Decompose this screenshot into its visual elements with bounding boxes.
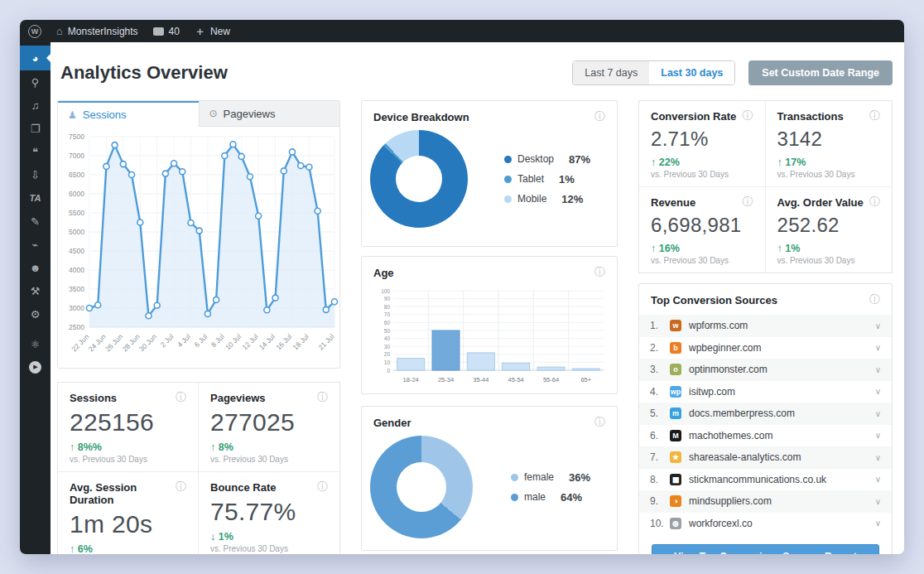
metric-compare: vs. Previous 30 Days xyxy=(651,256,753,265)
conversion-source-row[interactable]: 3.ooptinmonster.com∨ xyxy=(639,359,892,381)
pages-icon[interactable]: ❐ xyxy=(20,117,51,140)
chevron-down-icon[interactable]: ∨ xyxy=(875,409,881,418)
info-icon[interactable]: ⓘ xyxy=(869,196,880,207)
view-top-conversions-report-button[interactable]: View Top Conversions Sources Report xyxy=(652,544,879,554)
chevron-down-icon[interactable]: ∨ xyxy=(875,497,881,506)
info-icon[interactable]: ⓘ xyxy=(176,392,186,403)
conversion-source-row[interactable]: 9.◑mindsuppliers.com∨ xyxy=(639,490,892,513)
chevron-down-icon[interactable]: ∨ xyxy=(875,519,881,528)
svg-text:26 Jun: 26 Jun xyxy=(103,332,124,353)
metric-value: 2.71% xyxy=(651,128,753,151)
info-icon[interactable]: ⓘ xyxy=(869,110,880,121)
legend-label: Desktop xyxy=(517,153,554,165)
source-domain: docs.memberpress.com xyxy=(689,408,875,419)
media-icon[interactable]: ♫ xyxy=(20,94,51,117)
conversion-source-row[interactable]: 2.bwpbeginner.com∨ xyxy=(639,337,892,359)
device-legend: Desktop87%Tablet1%Mobile12% xyxy=(504,153,600,205)
chevron-down-icon[interactable]: ∨ xyxy=(875,431,881,440)
traffic-metrics-grid: Sessionsⓘ225156↑ 8%%vs. Previous 30 Days… xyxy=(57,382,340,554)
svg-text:6500: 6500 xyxy=(69,171,84,179)
metric-value: 277025 xyxy=(210,408,328,437)
info-icon[interactable]: ⓘ xyxy=(594,111,605,122)
new-menu[interactable]: ＋ New xyxy=(195,24,230,39)
posts-pin-icon[interactable]: ⚲ xyxy=(20,70,51,94)
chevron-down-icon[interactable]: ∨ xyxy=(875,321,881,330)
tab-sessions[interactable]: ♟ Sessions xyxy=(58,101,199,127)
comments-icon[interactable]: ❝ xyxy=(20,140,51,163)
comments-count: 40 xyxy=(169,26,180,37)
source-favicon: b xyxy=(670,342,681,354)
svg-text:2 Jul: 2 Jul xyxy=(159,332,176,349)
info-icon[interactable]: ⓘ xyxy=(869,294,880,305)
set-custom-date-range-button[interactable]: Set Custom Date Range xyxy=(748,60,893,85)
appearance-brush-icon[interactable]: ✎ xyxy=(20,210,51,233)
info-icon[interactable]: ⓘ xyxy=(317,392,328,403)
monsterinsights-dashboard-icon[interactable]: ◕ xyxy=(20,46,51,70)
comments-menu[interactable]: 40 xyxy=(153,26,180,37)
age-bar-chart: 010203040506070809010018-2425-3435-4445-… xyxy=(372,284,607,392)
conversion-source-row[interactable]: 6.Mmachothemes.com∨ xyxy=(639,425,892,447)
info-icon[interactable]: ⓘ xyxy=(317,481,328,492)
last-30-days-button[interactable]: Last 30 days xyxy=(649,61,734,84)
source-rank: 3. xyxy=(650,364,670,375)
svg-text:18 Jul: 18 Jul xyxy=(291,332,310,351)
conversion-source-row[interactable]: 10.◍workforcexl.co∨ xyxy=(639,513,892,535)
conversion-source-row[interactable]: 7.★shareasale-analytics.com∨ xyxy=(639,446,892,469)
metric-value: 75.77% xyxy=(210,498,328,526)
metric-card-bounce-rate: Bounce Rateⓘ75.77%↓ 1%vs. Previous 30 Da… xyxy=(199,472,339,554)
legend-value: 64% xyxy=(561,491,592,504)
svg-text:6 Jul: 6 Jul xyxy=(193,332,209,349)
info-icon[interactable]: ⓘ xyxy=(594,267,605,277)
chevron-down-icon[interactable]: ∨ xyxy=(875,343,881,352)
svg-text:30 Jun: 30 Jun xyxy=(137,332,158,353)
svg-text:0: 0 xyxy=(387,368,390,374)
last-7-days-button[interactable]: Last 7 days xyxy=(573,61,649,84)
chevron-down-icon[interactable]: ∨ xyxy=(875,387,881,396)
info-icon[interactable]: ⓘ xyxy=(176,481,186,492)
chevron-down-icon[interactable]: ∨ xyxy=(875,453,881,462)
svg-text:4000: 4000 xyxy=(69,266,84,274)
sessions-line-chart: 2500300035004000450050005500600065007000… xyxy=(58,127,339,368)
tab-pageviews[interactable]: ⊙ Pageviews xyxy=(199,101,340,127)
sessions-chart-card: ♟ Sessions ⊙ Pageviews 25003000350040004… xyxy=(57,100,340,369)
metric-compare: vs. Previous 30 Days xyxy=(210,455,328,464)
atom-icon[interactable]: ⚛ xyxy=(20,332,51,355)
new-label: New xyxy=(210,26,230,37)
legend-dot xyxy=(504,156,512,163)
legend-dot xyxy=(504,195,512,203)
chevron-down-icon[interactable]: ∨ xyxy=(875,475,881,484)
legend-dot xyxy=(504,176,512,183)
chevron-down-icon[interactable]: ∨ xyxy=(875,365,881,374)
info-icon[interactable]: ⓘ xyxy=(594,417,605,427)
conversion-source-row[interactable]: 5.mdocs.memberpress.com∨ xyxy=(639,403,892,425)
thirstyaffiliates-icon[interactable]: TA xyxy=(20,186,51,210)
wp-logo-icon[interactable]: W xyxy=(28,25,41,38)
users-icon[interactable]: ☻ xyxy=(20,256,51,279)
downloads-icon[interactable]: ⇩ xyxy=(20,163,51,186)
svg-text:5500: 5500 xyxy=(69,209,84,217)
site-menu[interactable]: ⌂ MonsterInsights xyxy=(56,25,138,37)
metric-card-conversion-rate: Conversion Rateⓘ2.71%↑ 22%vs. Previous 3… xyxy=(639,101,766,187)
svg-text:6000: 6000 xyxy=(69,190,84,198)
legend-item: male64% xyxy=(511,491,600,504)
conversion-source-row[interactable]: 8.▦stickmancommunications.co.uk∨ xyxy=(639,469,892,491)
info-icon[interactable]: ⓘ xyxy=(743,110,753,121)
source-favicon: ▦ xyxy=(670,474,681,485)
conversion-source-row[interactable]: 1.wwpforms.com∨ xyxy=(639,315,892,337)
source-domain: workforcexl.co xyxy=(689,518,875,529)
ecommerce-metrics-grid: Conversion Rateⓘ2.71%↑ 22%vs. Previous 3… xyxy=(638,100,893,273)
conversion-source-row[interactable]: 4.wpisitwp.com∨ xyxy=(639,381,892,403)
plugins-icon[interactable]: ⌁ xyxy=(20,233,51,256)
info-icon[interactable]: ⓘ xyxy=(743,196,753,207)
svg-text:70: 70 xyxy=(384,311,391,317)
metric-change: ↑ 17% xyxy=(777,157,881,168)
svg-text:25-34: 25-34 xyxy=(438,376,454,383)
legend-label: female xyxy=(524,471,554,483)
video-play-icon[interactable]: ▶ xyxy=(20,355,51,379)
settings-icon[interactable]: ⚙ xyxy=(20,302,51,326)
svg-text:14 Jul: 14 Jul xyxy=(257,332,277,351)
site-name: MonsterInsights xyxy=(68,26,138,37)
gender-title: Gender xyxy=(373,417,411,429)
metric-card-avg-session-duration: Avg. Session Durationⓘ1m 20s↑ 6%vs. Prev… xyxy=(58,472,199,554)
tools-icon[interactable]: ⚒ xyxy=(20,279,51,302)
